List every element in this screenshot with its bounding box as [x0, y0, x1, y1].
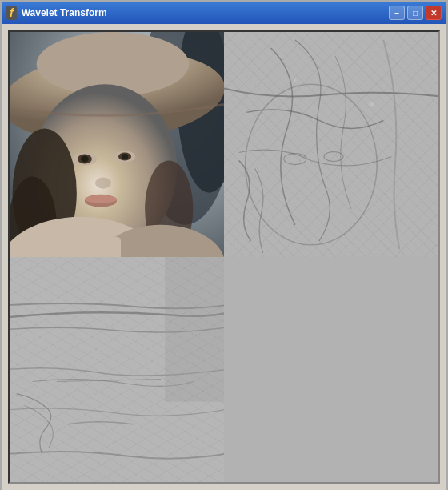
svg-rect-30	[224, 257, 438, 482]
minimize-button[interactable]: –	[389, 6, 405, 20]
image-container	[8, 30, 440, 484]
svg-rect-27	[10, 257, 224, 482]
wavelet-bottom-left-svg	[10, 257, 224, 482]
window-title: Wavelet Transform	[22, 7, 107, 18]
wavelet-top-right-svg	[224, 32, 438, 257]
svg-point-19	[85, 195, 117, 203]
content-area: Forward Backward Original Haar Daubechie…	[2, 24, 446, 490]
wavelet-bottom-right-svg	[224, 257, 438, 482]
svg-rect-29	[165, 257, 224, 402]
image-panel-bottom-left	[10, 257, 224, 482]
svg-point-24	[324, 151, 343, 161]
svg-rect-20	[85, 237, 121, 257]
image-panel-top-right	[224, 32, 438, 257]
svg-point-16	[122, 154, 128, 159]
title-bar: f Wavelet Transform – □ ✕	[2, 2, 446, 24]
svg-point-23	[284, 153, 306, 164]
original-image-svg	[10, 32, 224, 257]
svg-line-28	[57, 379, 161, 381]
svg-point-26	[294, 78, 297, 82]
main-window: f Wavelet Transform – □ ✕	[0, 0, 448, 490]
svg-point-22	[246, 84, 378, 245]
title-controls: – □ ✕	[389, 6, 442, 20]
svg-point-17	[95, 178, 111, 189]
image-panel-bottom-right	[224, 257, 438, 482]
svg-point-13	[81, 156, 89, 163]
image-panel-original	[10, 32, 224, 257]
maximize-button[interactable]: □	[407, 6, 423, 20]
close-button[interactable]: ✕	[426, 6, 442, 20]
svg-rect-21	[224, 32, 438, 257]
svg-point-25	[369, 102, 374, 106]
title-bar-left: f Wavelet Transform	[6, 6, 107, 20]
app-icon: f	[6, 6, 17, 20]
